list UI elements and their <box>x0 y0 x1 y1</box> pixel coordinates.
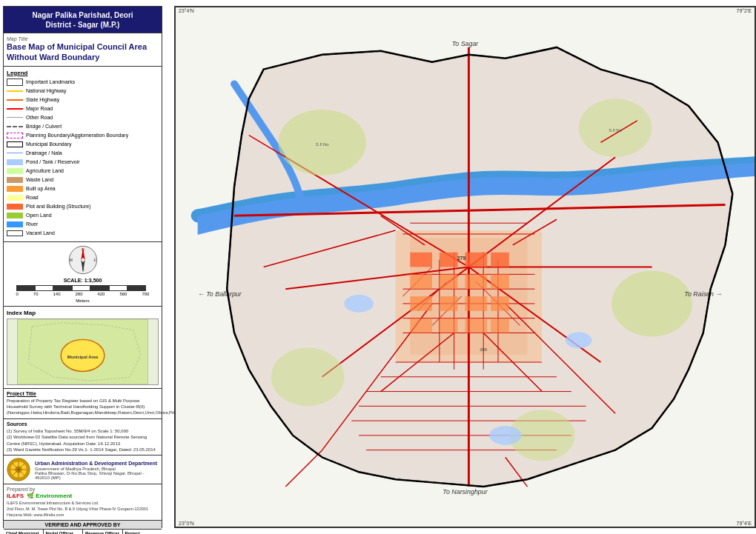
scale-box: N S W E SCALE: 1:3,500 0 70 140 280 420 <box>4 242 162 307</box>
verified-col-1: Chief Municipal Officer <box>4 530 44 534</box>
legend-item: Built up Area <box>7 185 159 193</box>
header-box: Nagar Palika Parishad, Deori District - … <box>4 7 162 33</box>
svg-text:279: 279 <box>457 256 466 261</box>
legend-item: Bridge / Culvert <box>7 123 159 130</box>
legend-item: Other Road <box>7 114 159 121</box>
svg-point-80 <box>566 332 592 348</box>
govt-box: Urban Administration & Development Depar… <box>4 455 162 484</box>
index-map-container: Municipal Area <box>7 318 159 385</box>
legend-item: Vacant Land <box>7 230 159 237</box>
map-title-text: Base Map of Municipal Council Area Witho… <box>7 41 159 63</box>
ilfs-logo-icon: IL&FS <box>7 493 24 499</box>
svg-rect-59 <box>440 253 458 267</box>
prepared-company: IL&FS Environmental Infrastructure & Ser… <box>7 501 159 507</box>
map-footer: 23°0'N 79°4'E <box>176 520 755 527</box>
svg-text:W: W <box>69 258 73 262</box>
svg-text:Municipal Area: Municipal Area <box>67 354 99 358</box>
top-left-coord: 23°4'N <box>179 8 194 13</box>
svg-rect-65 <box>410 296 432 311</box>
top-right-coord: 79°2'E <box>737 8 752 13</box>
svg-text:S: S <box>82 267 84 271</box>
svg-text:← To Ballarpur: ← To Ballarpur <box>198 290 242 298</box>
source-item-3: (3) Ward Gazette Notification No.29 Vo.1… <box>7 447 159 453</box>
project-box: Project Title Preparation of Property Ta… <box>4 389 162 419</box>
map-top-coords: 23°4'N 79°2'E <box>176 7 755 14</box>
meters-label: Meters <box>7 298 159 303</box>
org-name: Nagar Palika Parishad, Deori <box>7 10 159 20</box>
legend-item: Road <box>7 194 159 201</box>
svg-rect-63 <box>440 274 458 289</box>
legend-item: Major Road <box>7 105 159 113</box>
svg-point-79 <box>344 295 374 313</box>
svg-rect-60 <box>465 253 488 267</box>
legend-item: Plot and Building (Structure) <box>7 203 159 210</box>
svg-text:To Sagar: To Sagar <box>452 40 480 47</box>
index-title: Index Map <box>7 310 159 316</box>
index-box: Index Map Municipal Area <box>4 307 162 389</box>
bottom-right-coord: 79°4'E <box>737 521 752 526</box>
svg-rect-72 <box>465 318 488 333</box>
legend-item: Drainage / Nala <box>7 150 159 157</box>
svg-point-77 <box>271 347 345 406</box>
verified-box: VERIFIED AND APPROVED BY Chief Municipal… <box>4 521 162 534</box>
project-text: Preparation of Property Tax Register bas… <box>7 398 159 416</box>
compass-icon: N S W E <box>68 245 98 275</box>
legend-title: Legend <box>7 70 159 76</box>
legend-item: Pond / Tank / Reservoir <box>7 158 159 166</box>
govt-name: Urban Administration & Development Depar… <box>35 460 159 467</box>
legend-item: Open Land <box>7 212 159 219</box>
verified-header: VERIFIED AND APPROVED BY <box>4 521 162 530</box>
legend-item: Municipal Boundary <box>7 141 159 148</box>
svg-rect-67 <box>465 296 488 311</box>
svg-text:To Raisen →: To Raisen → <box>684 290 722 298</box>
svg-rect-68 <box>491 274 509 289</box>
prepared-address: 2nd Floor, M. M. Tower Plot No. B & 9 Ud… <box>7 507 159 518</box>
sources-label: Sources <box>7 421 159 427</box>
verified-col-2: Nodal Officer <box>44 530 84 534</box>
svg-rect-71 <box>440 318 458 333</box>
map-area: 23°4'N 79°2'E <box>174 6 756 528</box>
svg-text:To Narsinghpur: To Narsinghpur <box>442 488 488 495</box>
sources-box: Sources (1) Survey of India Toposheet No… <box>4 419 162 456</box>
scale-text: SCALE: 1:3,500 <box>7 278 159 283</box>
map-svg: To Sagar To Narsinghpur ← To Ballarpur T… <box>176 7 755 527</box>
source-item-2: (2) Worldview-02 Satellite Data sourced … <box>7 434 159 447</box>
verified-col-3: Revenue Officer / Engineer <box>83 530 123 534</box>
legend-item: Waste Land <box>7 176 159 184</box>
svg-rect-58 <box>410 253 432 267</box>
prepared-label: Prepared by <box>7 487 159 492</box>
svg-rect-73 <box>491 318 509 333</box>
govt-logo-icon <box>7 458 30 481</box>
svg-rect-70 <box>410 318 432 333</box>
project-label: Project Title <box>7 391 159 396</box>
svg-rect-69 <box>491 296 509 311</box>
index-map-svg: Municipal Area <box>7 319 158 384</box>
svg-point-81 <box>489 426 521 445</box>
svg-text:S.F.No: S.F.No <box>609 128 622 133</box>
prepared-box: Prepared by IL&FS 🌿 Environment IL&FS En… <box>4 484 162 521</box>
bottom-left-coord: 23°0'N <box>179 521 194 526</box>
legend-item: National Highway <box>7 87 159 95</box>
env-logo-icon: 🌿 Environment <box>27 493 72 499</box>
legend-box: Legend Important Landmarks National High… <box>4 67 162 242</box>
map-title-label: Map Title <box>7 36 159 41</box>
svg-text:S.F.No: S.F.No <box>316 142 329 147</box>
source-item-1: (1) Survey of India Toposheet No. 55M/9/… <box>7 428 159 434</box>
verified-col-4: Project Manager <box>123 530 162 534</box>
legend-item: Planning Boundary/Agglomeration Boundary <box>7 132 159 139</box>
svg-rect-66 <box>440 296 458 311</box>
legend-item: River <box>7 221 159 228</box>
svg-rect-61 <box>491 253 509 267</box>
legend-item: State Highway <box>7 96 159 104</box>
svg-rect-62 <box>410 274 432 289</box>
legend-item: Agriculture Land <box>7 167 159 175</box>
svg-text:280: 280 <box>480 347 488 352</box>
district-name: District - Sagar (M.P.) <box>7 20 159 30</box>
svg-point-76 <box>611 270 692 336</box>
legend-item: Important Landmarks <box>7 79 159 86</box>
svg-text:E: E <box>93 258 96 262</box>
right-panel: Nagar Palika Parishad, Deori District - … <box>3 6 162 528</box>
svg-rect-64 <box>465 274 488 289</box>
map-title-box: Map Title Base Map of Municipal Council … <box>4 33 162 67</box>
govt-address: Palika Bhawan, D-No.Bus Stop, Shivaji Na… <box>35 471 159 480</box>
